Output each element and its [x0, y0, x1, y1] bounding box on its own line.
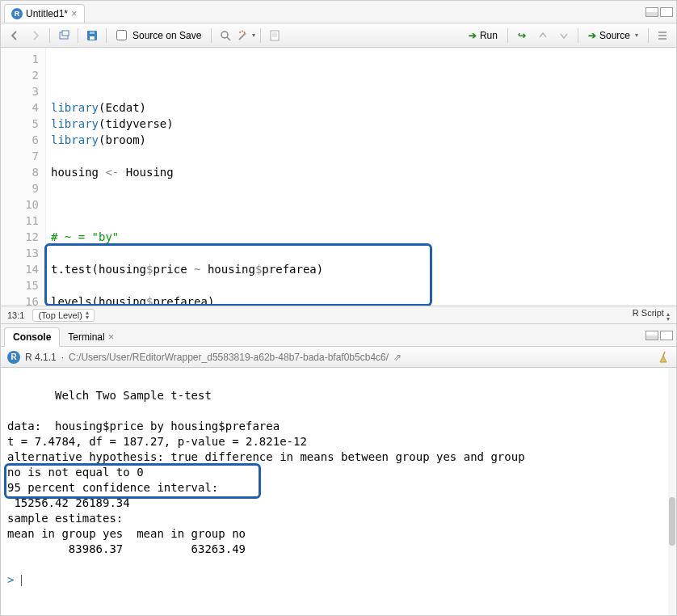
goto-dir-icon[interactable]: ⇗ — [393, 352, 402, 363]
r-logo-icon: R — [7, 351, 20, 364]
scope-label: (Top Level) — [38, 310, 82, 320]
code-editor[interactable]: 12345678910111213141516 library(Ecdat)li… — [1, 48, 676, 306]
source-arrow-icon: ➔ — [588, 30, 596, 41]
dot-separator: · — [61, 352, 64, 363]
editor-tab-bar: R Untitled1* × — [1, 1, 676, 23]
minimize-pane-button[interactable] — [645, 7, 658, 17]
editor-status-bar: 13:1 (Top Level) ▴▾ R Script ▴▾ — [1, 306, 676, 323]
svg-rect-10 — [271, 31, 279, 40]
text-cursor — [21, 575, 22, 586]
line-gutter: 12345678910111213141516 — [1, 48, 46, 306]
source-on-save-label: Source on Save — [132, 30, 201, 41]
svg-rect-3 — [90, 36, 95, 40]
svg-point-9 — [244, 32, 246, 33]
terminal-tab[interactable]: Terminal × — [60, 327, 122, 347]
file-type-selector[interactable]: R Script ▴▾ — [633, 308, 670, 322]
editor-pane-controls — [645, 7, 673, 17]
find-replace-button[interactable] — [217, 27, 234, 44]
back-button[interactable] — [6, 27, 23, 44]
r-file-icon: R — [11, 8, 23, 19]
go-prev-section-button[interactable] — [534, 27, 552, 44]
save-button[interactable] — [83, 27, 101, 44]
show-in-new-window-button[interactable] — [55, 27, 73, 44]
editor-toolbar: Source on Save ▾ ➔ Run ↪ ➔ Source ▾ — [1, 23, 676, 48]
go-next-section-button[interactable] — [555, 27, 573, 44]
editor-tab-title: Untitled1* — [26, 8, 68, 19]
svg-line-17 — [663, 352, 665, 356]
updown-icon: ▴▾ — [86, 310, 89, 320]
console-pane-controls — [645, 331, 673, 340]
editor-tab-untitled[interactable]: R Untitled1* × — [4, 4, 85, 23]
run-button[interactable]: ➔ Run — [464, 27, 502, 44]
compile-report-button[interactable] — [266, 27, 284, 44]
console-header: R R 4.1.1 · C:/Users/User/REditorWrapper… — [1, 347, 676, 368]
run-label: Run — [480, 30, 498, 41]
maximize-console-button[interactable] — [660, 331, 673, 340]
svg-line-6 — [227, 37, 230, 40]
chevron-down-icon: ▾ — [635, 32, 638, 39]
close-terminal-icon[interactable]: × — [108, 331, 115, 343]
editor-pane: R Untitled1* × Source on Save ▾ ➔ Run — [1, 1, 676, 324]
svg-point-5 — [221, 32, 228, 38]
scrollbar-thumb[interactable] — [669, 497, 675, 546]
svg-point-8 — [242, 30, 243, 32]
run-arrow-icon: ➔ — [469, 30, 477, 41]
console-tab-bar: Console Terminal × — [1, 324, 676, 347]
console-tab-label: Console — [13, 331, 51, 343]
source-on-save-checkbox[interactable] — [116, 30, 127, 40]
console-prompt: > — [7, 573, 14, 586]
forward-button[interactable] — [27, 27, 44, 44]
file-type-label: R Script — [633, 308, 664, 318]
terminal-tab-label: Terminal — [68, 331, 104, 343]
source-on-save-toggle[interactable]: Source on Save — [111, 27, 206, 44]
annotation-highlight-editor — [44, 243, 432, 306]
working-dir-label: C:/Users/User/REditorWrapper_d5583819-a6… — [69, 352, 389, 363]
svg-rect-1 — [62, 31, 69, 36]
code-tools-button[interactable]: ▾ — [238, 27, 255, 44]
code-content[interactable]: library(Ecdat)library(tidyverse)library(… — [46, 48, 676, 306]
console-output[interactable]: Welch Two Sample t-test data: housing$pr… — [1, 368, 676, 616]
minimize-console-button[interactable] — [645, 331, 658, 340]
rerun-button[interactable]: ↪ — [513, 27, 531, 44]
source-button[interactable]: ➔ Source ▾ — [583, 27, 643, 44]
source-label: Source — [599, 30, 630, 41]
clear-console-icon[interactable] — [657, 351, 670, 364]
r-version-label: R 4.1.1 — [25, 352, 57, 363]
maximize-pane-button[interactable] — [660, 7, 673, 17]
outline-button[interactable] — [654, 27, 671, 44]
scope-selector[interactable]: (Top Level) ▴▾ — [32, 309, 94, 322]
svg-point-7 — [239, 32, 241, 33]
cursor-position: 13:1 — [7, 310, 24, 320]
close-tab-icon[interactable]: × — [71, 7, 78, 19]
console-tab[interactable]: Console — [4, 327, 60, 347]
updown-icon: ▴▾ — [666, 312, 670, 322]
scrollbar-track[interactable] — [668, 368, 676, 616]
console-pane: Console Terminal × R R 4.1.1 · C:/Users/… — [1, 324, 676, 616]
svg-rect-4 — [90, 32, 95, 34]
annotation-highlight-console — [4, 463, 261, 499]
